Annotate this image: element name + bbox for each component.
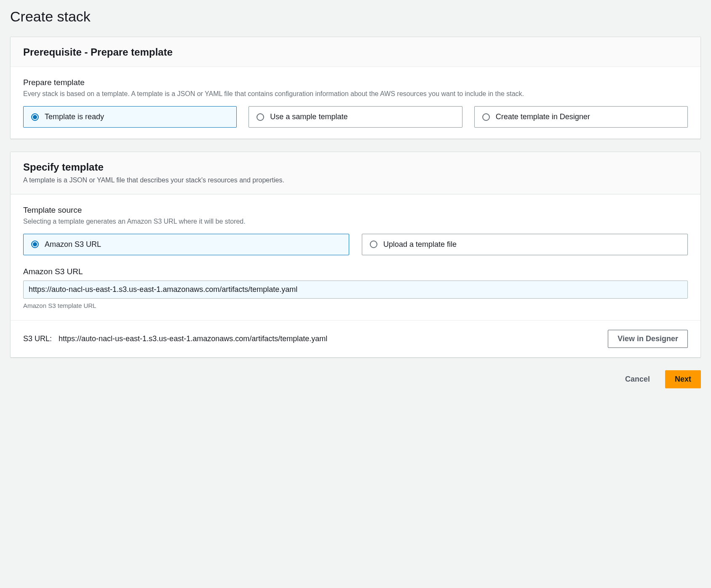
radio-upload-template[interactable]: Upload a template file	[362, 234, 688, 255]
radio-use-sample-label: Use a sample template	[270, 112, 347, 121]
specify-template-subhead: A template is a JSON or YAML file that d…	[23, 176, 688, 185]
amazon-s3-url-group: Amazon S3 URL Amazon S3 template URL	[23, 267, 688, 309]
prepare-template-label: Prepare template	[23, 78, 688, 87]
next-button[interactable]: Next	[665, 370, 701, 388]
cancel-button[interactable]: Cancel	[616, 370, 659, 388]
radio-icon	[257, 113, 264, 121]
specify-template-header: Specify template A template is a JSON or…	[11, 152, 700, 194]
radio-amazon-s3-url-label: Amazon S3 URL	[45, 240, 101, 249]
s3-url-key: S3 URL:	[23, 334, 53, 343]
radio-template-ready-label: Template is ready	[45, 112, 104, 121]
radio-icon	[482, 113, 490, 121]
radio-icon	[370, 241, 377, 248]
s3-url-footer: S3 URL: https://auto-nacl-us-east-1.s3.u…	[11, 320, 700, 357]
template-source-help: Selecting a template generates an Amazon…	[23, 216, 688, 226]
radio-create-designer-label: Create template in Designer	[496, 112, 590, 121]
radio-amazon-s3-url[interactable]: Amazon S3 URL	[23, 234, 349, 255]
radio-create-designer[interactable]: Create template in Designer	[474, 106, 688, 128]
amazon-s3-url-input[interactable]	[23, 281, 688, 299]
prerequisite-body: Prepare template Every stack is based on…	[11, 67, 700, 139]
template-source-label: Template source	[23, 206, 688, 215]
amazon-s3-url-label: Amazon S3 URL	[23, 267, 688, 276]
s3-url-value: https://auto-nacl-us-east-1.s3.us-east-1…	[59, 334, 327, 343]
wizard-actions: Cancel Next	[10, 370, 701, 388]
template-source-options: Amazon S3 URL Upload a template file	[23, 234, 688, 255]
specify-template-panel: Specify template A template is a JSON or…	[10, 152, 701, 358]
prepare-template-help: Every stack is based on a template. A te…	[23, 89, 688, 99]
radio-upload-template-label: Upload a template file	[383, 240, 457, 249]
page-title: Create stack	[10, 8, 701, 25]
prepare-template-options: Template is ready Use a sample template …	[23, 106, 688, 128]
prerequisite-header: Prerequisite - Prepare template	[11, 37, 700, 67]
radio-icon	[31, 113, 39, 121]
prerequisite-title: Prerequisite - Prepare template	[23, 46, 688, 58]
radio-icon	[31, 241, 39, 248]
specify-template-title: Specify template	[23, 161, 688, 173]
view-in-designer-button[interactable]: View in Designer	[608, 330, 688, 348]
s3-url-display: S3 URL: https://auto-nacl-us-east-1.s3.u…	[23, 334, 327, 343]
amazon-s3-url-help: Amazon S3 template URL	[23, 302, 688, 309]
prerequisite-panel: Prerequisite - Prepare template Prepare …	[10, 37, 701, 139]
template-source-body: Template source Selecting a template gen…	[11, 194, 700, 320]
radio-use-sample[interactable]: Use a sample template	[249, 106, 462, 128]
radio-template-ready[interactable]: Template is ready	[23, 106, 237, 128]
